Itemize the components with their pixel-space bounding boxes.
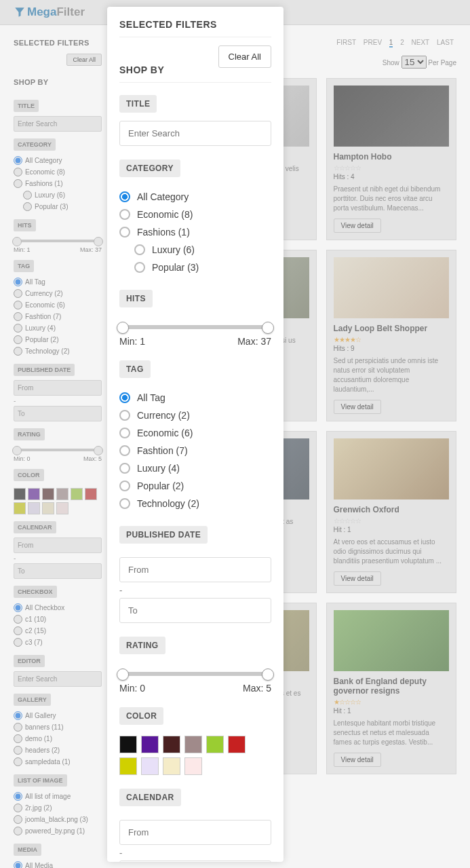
filter-option[interactable]: All Category xyxy=(14,155,102,166)
filter-option[interactable]: All Tag xyxy=(119,389,271,407)
filter-option[interactable]: headers (2) xyxy=(14,744,102,756)
hits-slider[interactable] xyxy=(14,240,102,242)
radio-icon[interactable] xyxy=(119,463,130,474)
editor-search-input[interactable] xyxy=(14,671,102,687)
radio-input[interactable] xyxy=(14,615,22,624)
modal-hits-slider[interactable] xyxy=(119,325,271,329)
filter-option[interactable]: Economic (6) xyxy=(119,424,271,442)
radio-input[interactable] xyxy=(14,347,22,356)
filter-option[interactable]: Luxury (6) xyxy=(119,241,271,259)
radio-input[interactable] xyxy=(14,179,22,188)
filter-option[interactable]: c1 (10) xyxy=(14,614,102,625)
color-swatch[interactable] xyxy=(163,736,180,753)
radio-input[interactable] xyxy=(14,757,22,766)
radio-icon[interactable] xyxy=(119,392,130,403)
color-swatch[interactable] xyxy=(56,502,68,514)
color-swatch[interactable] xyxy=(71,488,83,500)
radio-input[interactable] xyxy=(23,202,32,211)
radio-input[interactable] xyxy=(14,638,22,647)
radio-icon[interactable] xyxy=(134,244,145,255)
pubdate-to-input[interactable] xyxy=(14,406,102,421)
radio-input[interactable] xyxy=(14,168,22,176)
color-swatch[interactable] xyxy=(28,502,40,514)
radio-icon[interactable] xyxy=(119,410,130,421)
modal-pubdate-to[interactable] xyxy=(119,598,271,623)
color-swatch[interactable] xyxy=(56,488,68,500)
filter-option[interactable]: Economic (8) xyxy=(14,166,102,178)
radio-icon[interactable] xyxy=(119,209,130,220)
radio-input[interactable] xyxy=(14,861,22,868)
filter-option[interactable]: powered_by.png (1) xyxy=(14,825,102,837)
page-1[interactable]: 1 xyxy=(389,39,393,48)
radio-icon[interactable] xyxy=(134,262,145,273)
color-swatch[interactable] xyxy=(184,736,202,753)
filter-option[interactable]: Popular (2) xyxy=(119,477,271,495)
filter-option[interactable]: Luxury (4) xyxy=(14,322,102,334)
radio-input[interactable] xyxy=(14,746,22,755)
view-detail-button[interactable]: View detail xyxy=(334,753,381,767)
modal-cal-to[interactable] xyxy=(119,861,271,862)
color-swatch[interactable] xyxy=(14,488,26,500)
view-detail-button[interactable]: View detail xyxy=(334,219,381,233)
filter-option[interactable]: demo (1) xyxy=(14,733,102,744)
radio-input[interactable] xyxy=(14,603,22,612)
filter-option[interactable]: 2r.jpg (2) xyxy=(14,802,102,814)
page-prev[interactable]: PREV xyxy=(364,39,382,46)
filter-option[interactable]: Economic (6) xyxy=(14,299,102,311)
page-next[interactable]: NEXT xyxy=(412,39,430,46)
radio-input[interactable] xyxy=(14,792,22,801)
color-swatch[interactable] xyxy=(141,757,159,775)
modal-rating-slider[interactable] xyxy=(119,672,271,676)
filter-option[interactable]: All Tag xyxy=(14,276,102,288)
clear-all-button[interactable]: Clear All xyxy=(66,54,102,66)
radio-input[interactable] xyxy=(23,191,32,200)
radio-input[interactable] xyxy=(14,827,22,835)
filter-option[interactable]: banners (11) xyxy=(14,721,102,733)
radio-input[interactable] xyxy=(14,711,22,720)
radio-icon[interactable] xyxy=(119,498,130,509)
view-detail-button[interactable]: View detail xyxy=(334,571,381,586)
filter-option[interactable]: Luxury (6) xyxy=(14,189,102,201)
radio-input[interactable] xyxy=(14,301,22,309)
filter-option[interactable]: Fashtion (7) xyxy=(14,311,102,322)
radio-input[interactable] xyxy=(14,156,22,165)
radio-input[interactable] xyxy=(14,335,22,344)
filter-option[interactable]: Popular (2) xyxy=(14,334,102,345)
filter-option[interactable]: All Category xyxy=(119,188,271,206)
filter-option[interactable]: sampledata (1) xyxy=(14,756,102,768)
filter-option[interactable]: Technology (2) xyxy=(14,345,102,357)
per-page-select[interactable]: 15 xyxy=(402,56,427,69)
page-last[interactable]: LAST xyxy=(437,39,454,46)
page-first[interactable]: FIRST xyxy=(336,39,356,46)
modal-pubdate-from[interactable] xyxy=(119,557,271,582)
color-swatch[interactable] xyxy=(42,502,54,514)
filter-option[interactable]: Economic (8) xyxy=(119,206,271,223)
color-swatch[interactable] xyxy=(141,736,159,753)
color-swatch[interactable] xyxy=(42,488,54,500)
color-swatch[interactable] xyxy=(119,736,137,753)
color-swatch[interactable] xyxy=(119,757,137,775)
radio-input[interactable] xyxy=(14,734,22,743)
filter-option[interactable]: Technology (2) xyxy=(119,495,271,512)
color-swatch[interactable] xyxy=(184,757,202,775)
filter-option[interactable]: c3 (7) xyxy=(14,637,102,648)
filter-option[interactable]: Currency (2) xyxy=(14,288,102,299)
radio-input[interactable] xyxy=(14,324,22,333)
cal-to-input[interactable] xyxy=(14,563,102,579)
filter-option[interactable]: Luxury (4) xyxy=(119,459,271,477)
color-swatch[interactable] xyxy=(163,757,180,775)
color-swatch[interactable] xyxy=(85,488,97,500)
filter-option[interactable]: Popular (3) xyxy=(119,259,271,276)
filter-option[interactable]: All Media xyxy=(14,860,102,868)
color-swatch[interactable] xyxy=(28,488,40,500)
radio-icon[interactable] xyxy=(119,480,130,491)
cal-from-input[interactable] xyxy=(14,537,102,553)
color-swatch[interactable] xyxy=(14,502,26,514)
filter-option[interactable]: Popular (3) xyxy=(14,201,102,212)
radio-input[interactable] xyxy=(14,312,22,321)
color-swatch[interactable] xyxy=(206,736,224,753)
filter-option[interactable]: Fashtion (7) xyxy=(119,442,271,459)
radio-icon[interactable] xyxy=(119,445,130,456)
modal-cal-from[interactable] xyxy=(119,820,271,845)
pubdate-from-input[interactable] xyxy=(14,380,102,396)
